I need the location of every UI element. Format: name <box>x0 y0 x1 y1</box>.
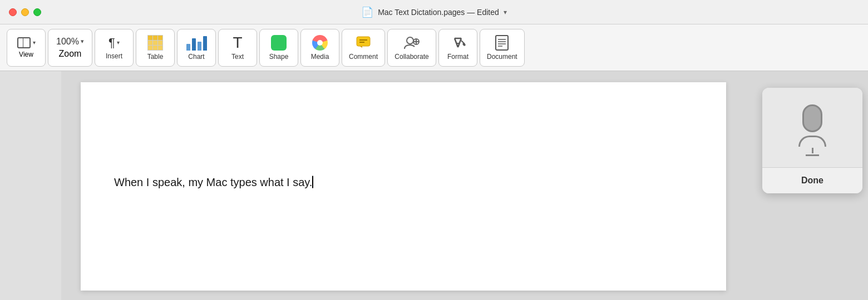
traffic-lights <box>9 8 41 16</box>
table-label: Table <box>147 53 164 61</box>
mic-body <box>802 104 822 132</box>
insert-icon-group: ¶ ▾ <box>108 36 120 50</box>
dictation-widget: Done <box>762 88 862 193</box>
title-bar: 📄 Mac Text Dictation.pages — Edited ▾ <box>0 0 868 24</box>
media-button[interactable]: Media <box>300 29 339 67</box>
zoom-value: 100% <box>56 37 79 47</box>
title-icon: 📄 <box>361 6 373 18</box>
comment-button[interactable]: Comment <box>342 29 385 67</box>
insert-label: Insert <box>106 52 122 60</box>
media-icon <box>312 35 328 51</box>
format-button[interactable]: Format <box>438 29 477 67</box>
shape-button[interactable]: Shape <box>259 29 298 67</box>
shape-label: Shape <box>269 53 289 61</box>
toolbar: ▾ View 100% ▾ Zoom ¶ ▾ Insert Table <box>0 24 868 71</box>
svg-rect-0 <box>357 37 370 46</box>
comment-icon <box>356 35 371 51</box>
close-button[interactable] <box>9 8 17 16</box>
zoom-row: 100% ▾ <box>56 37 84 47</box>
sidebar-right: Done <box>746 71 868 300</box>
view-button[interactable]: ▾ View <box>7 29 46 67</box>
view-icon-group: ▾ <box>17 37 36 48</box>
document-body[interactable]: When I speak, my Mac types what I say. <box>114 174 313 189</box>
svg-rect-14 <box>496 36 508 50</box>
window-title: Mac Text Dictation.pages — Edited <box>378 8 499 17</box>
dictation-mic-area <box>762 88 862 167</box>
table-button[interactable]: Table <box>136 29 175 67</box>
document-canvas[interactable]: When I speak, my Mac types what I say. <box>61 71 746 300</box>
format-icon <box>450 35 466 51</box>
zoom-label: Zoom <box>59 49 82 59</box>
table-icon <box>147 35 163 51</box>
view-chevron-icon: ▾ <box>33 39 36 46</box>
document-label: Document <box>487 53 517 61</box>
zoom-button[interactable]: 100% ▾ Zoom <box>48 29 92 67</box>
collaborate-button[interactable]: Collaborate <box>387 29 436 67</box>
chart-icon <box>186 35 207 51</box>
svg-marker-3 <box>359 46 362 48</box>
insert-chevron-icon: ▾ <box>117 39 120 46</box>
view-icon <box>17 37 31 48</box>
media-label: Media <box>311 53 329 61</box>
format-label: Format <box>447 53 468 61</box>
shape-icon <box>271 35 287 51</box>
mic-base <box>812 148 813 153</box>
microphone-icon <box>798 104 826 156</box>
chevron-down-icon[interactable]: ▾ <box>504 8 507 16</box>
document-icon <box>495 35 509 51</box>
collaborate-label: Collaborate <box>394 53 428 61</box>
zoom-chevron-icon: ▾ <box>81 38 84 45</box>
paragraph-icon: ¶ <box>108 36 115 50</box>
chart-button[interactable]: Chart <box>177 29 216 67</box>
text-icon: T <box>233 35 242 51</box>
text-cursor <box>312 176 313 188</box>
text-button[interactable]: T Text <box>218 29 257 67</box>
document-page[interactable]: When I speak, my Mac types what I say. <box>81 82 726 291</box>
insert-button[interactable]: ¶ ▾ Insert <box>95 29 134 67</box>
mic-stand <box>798 136 826 147</box>
main-area: When I speak, my Mac types what I say. D… <box>0 71 868 300</box>
window-title-group: 📄 Mac Text Dictation.pages — Edited ▾ <box>361 6 507 18</box>
text-label: Text <box>231 53 244 61</box>
comment-label: Comment <box>349 53 378 61</box>
svg-point-4 <box>407 37 413 44</box>
view-label: View <box>19 51 33 58</box>
document-button[interactable]: Document <box>480 29 525 67</box>
chart-label: Chart <box>188 53 204 61</box>
mic-base-foot <box>806 154 819 156</box>
body-text: When I speak, my Mac types what I say. <box>114 176 312 188</box>
maximize-button[interactable] <box>33 8 41 16</box>
sidebar-left <box>0 71 61 300</box>
collaborate-icon <box>403 35 420 51</box>
done-button[interactable]: Done <box>801 176 823 186</box>
dictation-done-area[interactable]: Done <box>762 167 862 193</box>
minimize-button[interactable] <box>21 8 29 16</box>
